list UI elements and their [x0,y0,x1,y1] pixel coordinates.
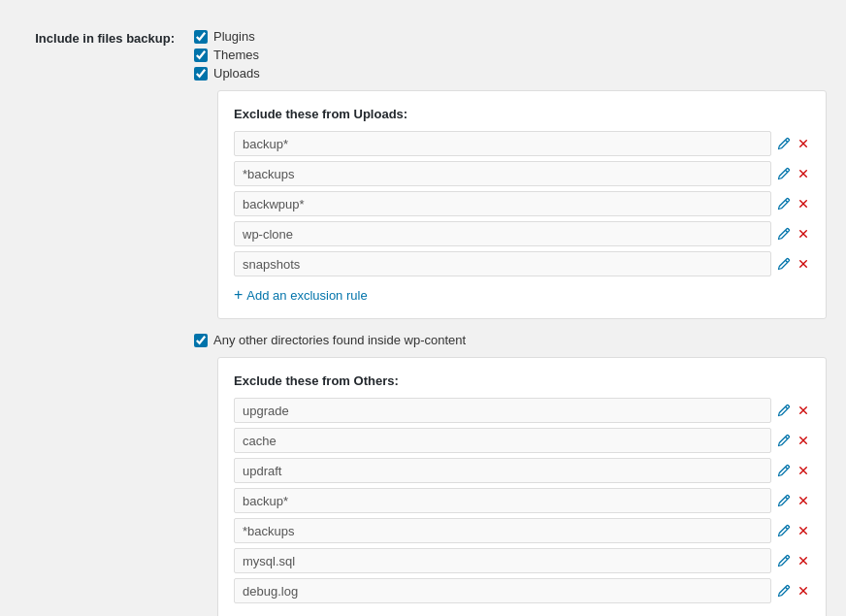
others-exclusion-input-6[interactable] [234,578,771,603]
uploads-label: Uploads [213,66,260,81]
others-edit-icon-3[interactable] [777,494,791,507]
others-edit-icon-4[interactable] [777,524,791,537]
others-exclusion-input-0[interactable] [234,398,771,423]
edit-icon-0[interactable] [777,137,791,150]
uploads-add-rule-label: Add an exclusion rule [246,288,367,303]
uploads-add-exclusion-rule[interactable]: + Add an exclusion rule [234,287,368,303]
other-directories-label: Any other directories found inside wp-co… [213,333,466,347]
plugins-label: Plugins [213,29,255,44]
uploads-exclusion-input-0[interactable] [234,131,771,156]
uploads-exclusion-input-3[interactable] [234,221,771,246]
table-row [234,398,810,423]
uploads-checkbox[interactable] [194,67,208,81]
others-delete-icon-5[interactable] [797,554,810,567]
table-row [234,578,810,603]
others-exclusion-input-4[interactable] [234,518,771,543]
backup-checkboxes: Plugins Themes Uploads [194,29,827,81]
table-row [234,488,810,513]
other-directories-checkbox[interactable] [194,334,208,347]
others-edit-icon-5[interactable] [777,554,791,567]
others-exclusion-input-1[interactable] [234,428,771,453]
others-exclusion-input-5[interactable] [234,548,771,573]
settings-row: Include in files backup: Plugins Themes … [19,19,827,616]
checkbox-item-uploads: Uploads [194,66,827,81]
table-row [234,221,810,246]
others-edit-icon-0[interactable] [777,404,791,417]
table-row [234,131,810,156]
table-row [234,548,810,573]
others-exclusion-title: Exclude these from Others: [234,373,810,388]
delete-icon-1[interactable] [797,167,810,180]
uploads-exclusion-input-4[interactable] [234,251,771,276]
others-delete-icon-0[interactable] [797,404,810,417]
others-edit-icon-2[interactable] [777,464,791,477]
table-row [234,458,810,483]
themes-checkbox[interactable] [194,49,208,62]
uploads-exclusion-box: Exclude these from Uploads: [217,90,827,319]
plus-icon: + [234,287,243,303]
table-row [234,518,810,543]
delete-icon-0[interactable] [797,137,810,150]
uploads-exclusion-input-2[interactable] [234,191,771,216]
delete-icon-2[interactable] [797,197,810,211]
edit-icon-2[interactable] [777,197,791,211]
themes-label: Themes [213,48,259,62]
others-delete-icon-4[interactable] [797,524,810,537]
others-exclusion-box: Exclude these from Others: [217,357,827,616]
delete-icon-3[interactable] [797,227,810,241]
others-exclusion-input-3[interactable] [234,488,771,513]
settings-label: Include in files backup: [19,29,175,46]
others-exclusion-input-2[interactable] [234,458,771,483]
checkbox-item-plugins: Plugins [194,29,827,44]
edit-icon-4[interactable] [777,257,791,271]
table-row [234,161,810,186]
checkbox-item-themes: Themes [194,48,827,62]
others-edit-icon-6[interactable] [777,584,791,598]
others-delete-icon-3[interactable] [797,494,810,507]
others-edit-icon-1[interactable] [777,434,791,447]
uploads-exclusion-title: Exclude these from Uploads: [234,107,810,121]
plugins-checkbox[interactable] [194,30,208,44]
others-delete-icon-6[interactable] [797,584,810,598]
settings-content: Plugins Themes Uploads Exclude these fro… [194,29,827,616]
table-row [234,428,810,453]
table-row [234,191,810,216]
other-directories-checkbox-row: Any other directories found inside wp-co… [194,333,827,347]
uploads-exclusion-input-1[interactable] [234,161,771,186]
edit-icon-1[interactable] [777,167,791,180]
table-row [234,251,810,276]
delete-icon-4[interactable] [797,257,810,271]
others-delete-icon-2[interactable] [797,464,810,477]
edit-icon-3[interactable] [777,227,791,241]
others-delete-icon-1[interactable] [797,434,810,447]
